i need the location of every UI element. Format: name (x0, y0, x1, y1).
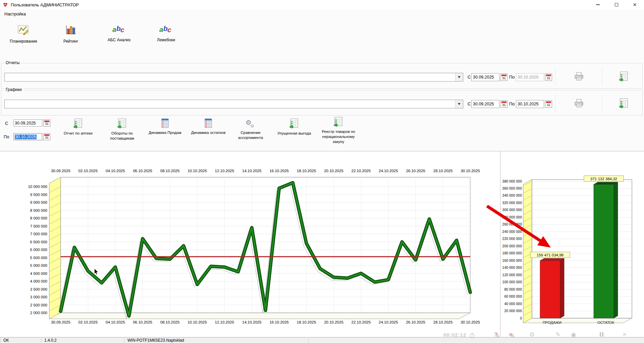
svg-text:26.10.2025: 26.10.2025 (406, 320, 425, 324)
svg-text:220 000 000: 220 000 000 (502, 237, 522, 241)
close-overlay-icon[interactable]: × (623, 331, 627, 338)
reports-combo-dropdown-button[interactable] (455, 73, 463, 81)
svg-text:280 000 000: 280 000 000 (502, 215, 522, 219)
svg-text:160 000 000: 160 000 000 (502, 258, 522, 262)
svg-text:16.10.2025: 16.10.2025 (269, 320, 289, 324)
toolbar-abc-analysis-button[interactable]: АБС Анализ (100, 21, 139, 56)
charts-combo-dropdown-button[interactable] (455, 100, 463, 108)
svg-text:10.10.2025: 10.10.2025 (187, 320, 207, 324)
report-button-dynamics-stock[interactable]: Динамика остатков (189, 118, 228, 135)
record-icon[interactable]: ◉ (571, 331, 576, 338)
svg-text:40 000 000: 40 000 000 (504, 302, 522, 306)
svg-text:06.10.2025: 06.10.2025 (133, 169, 152, 173)
sales-stock-bar-chart[interactable]: 380 000 000360 000 000340 000 000320 000… (500, 151, 644, 337)
charts-date-to-input[interactable] (516, 100, 544, 108)
charts-date-from-input[interactable] (471, 100, 499, 108)
panel-date-from-input[interactable] (13, 119, 42, 127)
report-button-assortment-compare[interactable]: Сравнение ассортимента (231, 118, 270, 140)
pause-icon[interactable] (600, 332, 603, 337)
reports-combobox[interactable] (4, 73, 463, 82)
reports-date-to-calendar-button[interactable]: 31 (545, 74, 552, 81)
svg-text:7 000 000: 7 000 000 (30, 232, 47, 236)
svg-text:4 500 000: 4 500 000 (30, 272, 47, 276)
mic-muted-icon[interactable] (494, 332, 500, 338)
charts-print-button[interactable] (571, 96, 587, 110)
toolbar-rating-button[interactable]: Рейтинг (51, 21, 90, 56)
planning-chart-icon (17, 24, 30, 36)
svg-text:08.10.2025: 08.10.2025 (160, 169, 180, 173)
svg-text:30.09.2025: 30.09.2025 (51, 169, 70, 173)
svg-text:340 000 000: 340 000 000 (502, 193, 522, 197)
charts-date-from-calendar-button[interactable]: 31 (500, 100, 507, 108)
svg-text:04.10.2025: 04.10.2025 (106, 169, 125, 173)
speaker-icon[interactable] (508, 332, 515, 338)
svg-text:60 000 000: 60 000 000 (504, 294, 522, 298)
separator (602, 67, 602, 85)
report-button-oboroty[interactable]: Обороты по поставщикам (102, 118, 142, 141)
app-logo-heart-icon (3, 2, 8, 7)
panel-date-from-calendar-button[interactable]: 31 (43, 119, 50, 127)
rating-bars-icon (65, 24, 77, 36)
excel-report-icon (117, 118, 127, 129)
gear-icon[interactable]: ⚙ (529, 331, 535, 338)
svg-text:320 000 000: 320 000 000 (502, 201, 522, 205)
svg-text:4 000 000: 4 000 000 (30, 279, 47, 283)
reports-date-to-input[interactable] (516, 73, 544, 81)
window-controls: × (589, 0, 644, 9)
menu-settings[interactable]: Настройка (2, 10, 28, 17)
separator (555, 94, 555, 112)
recorder-timer: 00:02:12 (443, 332, 466, 338)
toolbar-planning-button[interactable]: Планирование (4, 21, 43, 56)
reports-date-from-input[interactable] (471, 73, 499, 81)
close-button[interactable]: × (626, 0, 644, 9)
charts-to-label: По (509, 101, 515, 106)
svg-text:240 000 000: 240 000 000 (502, 230, 522, 234)
svg-text:360 000 000: 360 000 000 (502, 186, 522, 190)
toolbar-abc-label: АБС Анализ (108, 38, 130, 42)
report-button-dynamics-sales[interactable]: Динамика Продаж (145, 118, 185, 135)
toolbar-lezheboki-button[interactable]: Лежебоки (147, 21, 185, 56)
svg-text:08.10.2025: 08.10.2025 (160, 320, 180, 324)
statusbar: ОК 1.4.0.2 WIN-POTF1M6SE23.Naptsklad (0, 337, 644, 343)
svg-text:02.10.2025: 02.10.2025 (78, 320, 98, 324)
svg-text:28.10.2025: 28.10.2025 (433, 320, 453, 324)
menubar: Настройка (0, 9, 644, 18)
pencil-icon[interactable]: ✎ (555, 331, 560, 338)
charts-combobox[interactable] (4, 100, 463, 108)
excel-report-icon (73, 118, 83, 129)
charts-date-to-calendar-button[interactable]: 31 (545, 100, 552, 108)
svg-text:20.10.2025: 20.10.2025 (324, 320, 343, 324)
reports-date-from-calendar-button[interactable]: 31 (500, 74, 507, 81)
report-button-registry[interactable]: Реестр товаров по нерациональному закупу (319, 116, 358, 144)
status-server: WIN-POTF1M6SE23.Naptsklad (124, 337, 307, 343)
svg-text:371 132 384,32: 371 132 384,32 (590, 177, 617, 181)
svg-text:9 500 000: 9 500 000 (30, 193, 47, 197)
svg-text:3 500 000: 3 500 000 (30, 287, 47, 291)
reports-export-excel-button[interactable] (616, 69, 632, 84)
reports-to-label: По (509, 75, 515, 80)
svg-text:8 500 000: 8 500 000 (30, 208, 47, 212)
report-button-lost-profit[interactable]: Упущенная выгода (274, 118, 314, 136)
status-empty (308, 337, 644, 343)
svg-text:14.10.2025: 14.10.2025 (242, 320, 262, 324)
reports-print-button[interactable] (571, 69, 587, 84)
maximize-button[interactable] (607, 0, 626, 9)
maximize-icon (615, 3, 618, 6)
svg-text:3 000 000: 3 000 000 (30, 295, 47, 299)
panel-date-to-calendar-button[interactable]: 31 (43, 133, 50, 140)
svg-text:28.10.2025: 28.10.2025 (433, 169, 453, 173)
svg-text:24.10.2025: 24.10.2025 (379, 320, 398, 324)
svg-text:16.10.2025: 16.10.2025 (269, 169, 289, 173)
svg-text:5 000 000: 5 000 000 (30, 263, 47, 267)
chevron-down-icon (458, 103, 461, 105)
svg-text:24.10.2025: 24.10.2025 (379, 169, 398, 173)
report-button-apteka[interactable]: Отчет по аптеке (58, 118, 98, 136)
sales-dynamics-line-chart[interactable]: 10 000 0009 500 0009 000 0008 500 0008 0… (0, 151, 500, 337)
charts-group-title: Графики (4, 87, 23, 92)
panel-date-to-field[interactable]: 30.10.2025 (13, 133, 42, 140)
panel-to-label: По (4, 134, 9, 139)
reports-combobox-value (5, 73, 455, 81)
svg-text:380 000 000: 380 000 000 (502, 179, 522, 183)
minimize-button[interactable] (589, 0, 607, 9)
charts-export-excel-button[interactable] (616, 96, 632, 110)
